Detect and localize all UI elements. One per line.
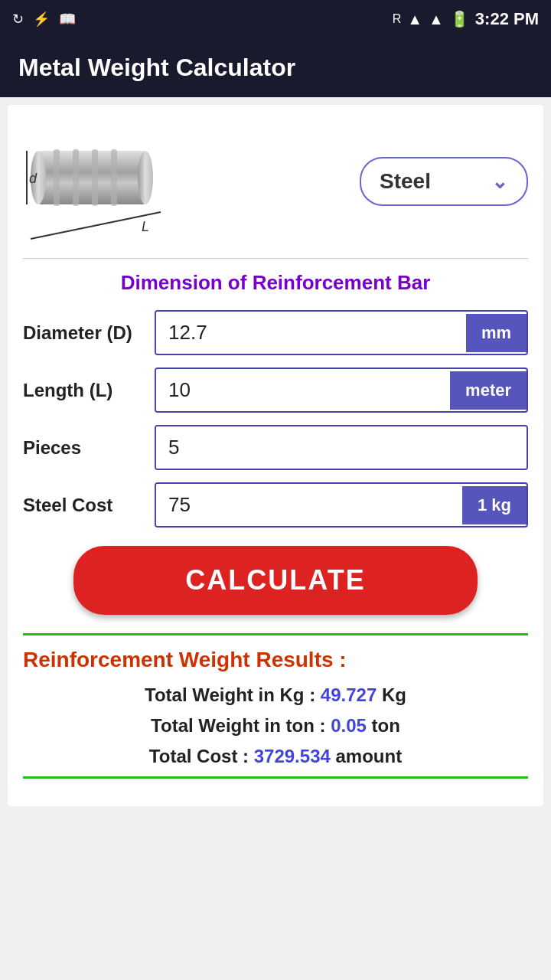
diameter-input-wrapper: mm xyxy=(155,310,528,355)
length-label: Length (L) xyxy=(23,380,145,401)
steel-cost-unit: 1 kg xyxy=(462,486,527,524)
battery-icon: 🔋 xyxy=(450,10,469,28)
book-icon: 📖 xyxy=(59,11,76,28)
main-content: d L Steel ⌄ Dimension of Reinforcement B… xyxy=(8,105,543,806)
total-weight-ton-label: Total Weight in ton : xyxy=(151,715,331,736)
status-time: 3:22 PM xyxy=(475,9,539,29)
results-section: Reinforcement Weight Results : Total Wei… xyxy=(23,648,528,767)
total-weight-kg-suffix: Kg xyxy=(377,684,406,705)
usb-icon: ⚡ xyxy=(33,11,50,28)
status-icons-left: ↻ ⚡ 📖 xyxy=(12,11,76,28)
total-cost-label: Total Cost : xyxy=(149,746,254,766)
total-cost-suffix: amount xyxy=(331,746,402,766)
diameter-row: Diameter (D) mm xyxy=(23,310,528,355)
length-input[interactable] xyxy=(156,369,450,411)
pieces-input[interactable] xyxy=(156,426,527,469)
total-weight-kg-value: 49.727 xyxy=(321,684,377,705)
status-icons-right: R ▲ ▲ 🔋 3:22 PM xyxy=(393,9,539,29)
material-dropdown[interactable]: Steel ⌄ xyxy=(360,157,528,206)
diameter-unit: mm xyxy=(466,314,527,352)
total-weight-ton-row: Total Weight in ton : 0.05 ton xyxy=(23,715,528,737)
total-weight-ton-value: 0.05 xyxy=(331,715,367,736)
dropdown-arrow-icon: ⌄ xyxy=(491,170,508,194)
calculate-button[interactable]: CALCULATE xyxy=(73,546,478,615)
steel-cost-row: Steel Cost 1 kg xyxy=(23,482,528,528)
svg-text:L: L xyxy=(142,219,149,234)
signal-icon: ▲ xyxy=(407,11,422,28)
length-row: Length (L) meter xyxy=(23,368,528,413)
length-unit: meter xyxy=(450,371,527,410)
svg-rect-3 xyxy=(92,149,98,206)
app-title: Metal Weight Calculator xyxy=(18,54,295,81)
diameter-input[interactable] xyxy=(156,312,466,354)
green-divider-bottom xyxy=(23,776,528,779)
section-title: Dimension of Reinforcement Bar xyxy=(23,271,528,295)
results-title: Reinforcement Weight Results : xyxy=(23,648,528,672)
svg-text:d: d xyxy=(29,171,37,186)
top-section: d L Steel ⌄ xyxy=(23,120,528,243)
steel-cost-label: Steel Cost xyxy=(23,495,145,516)
length-input-wrapper: meter xyxy=(155,368,528,413)
total-weight-ton-suffix: ton xyxy=(367,715,400,736)
total-cost-row: Total Cost : 3729.534 amount xyxy=(23,746,528,767)
app-bar: Metal Weight Calculator xyxy=(0,38,551,97)
r-label: R xyxy=(393,12,402,26)
svg-rect-2 xyxy=(73,149,79,206)
pieces-row: Pieces xyxy=(23,425,528,470)
diameter-label: Diameter (D) xyxy=(23,322,145,344)
pieces-label: Pieces xyxy=(23,437,145,459)
svg-rect-1 xyxy=(54,149,60,206)
material-selected: Steel xyxy=(380,169,431,194)
svg-point-6 xyxy=(138,151,153,204)
pieces-input-wrapper xyxy=(155,425,528,470)
steel-cost-input[interactable] xyxy=(156,484,462,526)
green-divider xyxy=(23,633,528,635)
total-cost-value: 3729.534 xyxy=(254,746,331,766)
sync-icon: ↻ xyxy=(12,11,24,28)
steel-cost-input-wrapper: 1 kg xyxy=(155,482,528,528)
svg-rect-4 xyxy=(111,149,117,206)
signal-icon-2: ▲ xyxy=(429,11,444,28)
rebar-image: d L xyxy=(23,120,176,243)
total-weight-kg-label: Total Weight in Kg : xyxy=(145,684,321,705)
status-bar: ↻ ⚡ 📖 R ▲ ▲ 🔋 3:22 PM xyxy=(0,0,551,38)
total-weight-kg-row: Total Weight in Kg : 49.727 Kg xyxy=(23,684,528,706)
divider-top xyxy=(23,258,528,259)
